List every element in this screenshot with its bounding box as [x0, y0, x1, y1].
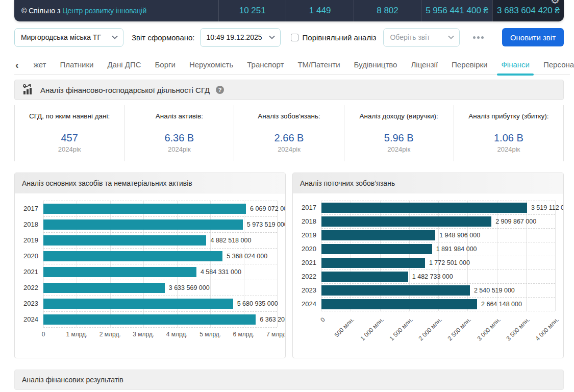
help-icon[interactable]: ?: [216, 86, 224, 94]
chart-bar: [321, 244, 432, 254]
chart-row: 20232 540 519 000: [298, 283, 555, 297]
y-axis-label: 2017: [298, 201, 321, 214]
tab-item[interactable]: Борги: [155, 55, 176, 75]
y-axis-label: 2020: [20, 248, 43, 264]
chart-title: Аналіз поточних зобов’язань: [293, 173, 563, 193]
update-report-button[interactable]: Оновити звіт: [502, 28, 564, 46]
chart-bar: [321, 299, 477, 309]
chart-row: 20173 519 112 000: [298, 201, 555, 214]
tabs-prev-icon[interactable]: ‹: [14, 60, 20, 70]
bar-value-label: 2 664 148 000: [481, 301, 522, 308]
x-axis-tick-label: 0: [42, 331, 45, 338]
chevron-down-icon: [112, 35, 118, 39]
chart-row: 20211 772 501 000: [298, 256, 555, 270]
x-axis-tick-label: 0: [319, 316, 327, 324]
tab-item[interactable]: жет: [34, 55, 46, 75]
tabs: жетПлатникиДані ДПСБоргиНерухомістьТранс…: [34, 55, 574, 75]
x-axis-tick-label: 2 000 млн.: [417, 316, 443, 342]
report-datetime-value: 10:49 19.12.2025: [207, 33, 262, 41]
chart-bar: [43, 235, 206, 246]
tab-bar: ‹ жетПлатникиДані ДПСБоргиНерухомістьТра…: [14, 55, 570, 75]
x-axis-tick-label: 2 500 млн.: [446, 316, 472, 342]
x-axis-tick-label: 1 млрд.: [66, 331, 87, 338]
stat-label: Аналіз зобов'язань:: [239, 112, 338, 120]
y-axis-label: 2018: [298, 214, 321, 228]
x-axis-tick-label: 500 млн.: [333, 316, 356, 338]
region-select[interactable]: Миргородська міська ТГ: [14, 28, 123, 47]
x-axis-tick-label: 3 млрд.: [133, 331, 154, 338]
tab-item[interactable]: Будівництво: [354, 55, 397, 75]
chart-row: 20246 363 202 000: [20, 311, 277, 327]
chart-bar: [43, 283, 165, 293]
y-axis-label: 2017: [20, 201, 43, 216]
tab-item[interactable]: ТМ/Патенти: [297, 55, 340, 75]
copyright-prefix: © Спільно з: [21, 7, 62, 15]
stat-card: Аналіз зобов'язань:2.66 B2024рік: [234, 105, 343, 161]
y-axis-label: 2024: [20, 311, 43, 327]
chart-row: 20176 069 072 000: [20, 201, 277, 216]
y-axis-label: 2019: [298, 228, 321, 242]
chart-bar: [321, 258, 425, 268]
report-datetime-select[interactable]: 10:49 19.12.2025: [200, 28, 281, 47]
growth-analysis-icon: [22, 84, 34, 96]
bar-value-label: 6 069 072 000: [250, 205, 286, 212]
tab-item[interactable]: Платники: [60, 55, 93, 75]
tab-item[interactable]: Транспорт: [247, 55, 284, 75]
bar-value-label: 3 633 569 000: [169, 284, 210, 291]
y-axis-label: 2021: [20, 264, 43, 280]
x-axis-tick-label: 5 млрд.: [199, 331, 221, 338]
chart-bar: [43, 299, 233, 309]
y-axis-label: 2023: [298, 283, 321, 297]
chart-row: 20185 973 519 000: [20, 216, 277, 232]
more-options-button[interactable]: [470, 33, 487, 42]
chart-bar: [43, 267, 196, 277]
gear-icon[interactable]: ⚙: [551, 0, 560, 5]
innovation-center-link[interactable]: Центр розвитку інновацій: [62, 7, 146, 15]
tab-item[interactable]: Дані ДПС: [107, 55, 141, 75]
stat-period: 2024рік: [459, 145, 558, 153]
bar-value-label: 1 948 906 000: [439, 232, 480, 239]
section-title: Аналіз фінансово-господарської діяльност…: [40, 86, 210, 94]
x-axis-tick-label: 1 000 млн.: [359, 316, 385, 342]
tab-item[interactable]: Персонал: [543, 55, 574, 75]
chart-title: Аналіз основних засобів та нематеріальни…: [15, 173, 285, 193]
stat-value: 2.66 B: [239, 132, 338, 144]
stat-card: Аналіз прибутку (збитку):1.06 B2024рік: [454, 105, 564, 161]
section-header: Аналіз фінансово-господарської діяльност…: [14, 80, 564, 100]
stat-period: 2024рік: [130, 145, 229, 153]
copyright: © Спільно з Центр розвитку інновацій: [14, 7, 218, 15]
compare-checkbox[interactable]: [291, 34, 298, 41]
bar-value-label: 2 540 519 000: [474, 287, 515, 294]
topbar-stat: 5 956 441 400 ₴: [421, 0, 492, 21]
report-type-select[interactable]: Оберіть звіт: [383, 28, 460, 47]
stat-value: 6.36 B: [130, 132, 229, 144]
tab-item[interactable]: Фінанси: [501, 55, 530, 75]
dashboard-page: © Спільно з Центр розвитку інновацій 10 …: [0, 0, 574, 392]
stat-label: Аналіз активів:: [130, 112, 229, 120]
y-axis-label: 2022: [298, 270, 321, 283]
chart-row: 20205 368 024 000: [20, 248, 277, 264]
report-generated-label: Звіт сформовано:: [132, 33, 195, 42]
report-controls: Миргородська міська ТГ Звіт сформовано: …: [14, 28, 564, 47]
tab-item[interactable]: Ліцензії: [411, 55, 438, 75]
chart-row: 20235 680 935 000: [20, 296, 277, 311]
chart-row: 20221 482 733 000: [298, 270, 555, 283]
x-axis-tick-label: 3 500 млн.: [505, 316, 531, 342]
chart-row: 20242 664 148 000: [298, 297, 555, 311]
chart-row: 20194 882 518 000: [20, 232, 277, 248]
stat-label: Аналіз прибутку (збитку):: [459, 112, 558, 120]
compare-checkbox-label: Порівняльний аналіз: [303, 33, 377, 42]
bar-value-label: 3 519 112 000: [531, 204, 564, 211]
stat-card: Аналіз доходу (виручки):5.96 B2024рік: [344, 105, 454, 161]
charts-row: Аналіз основних засобів та нематеріальни…: [14, 173, 564, 358]
chart-bar: [43, 219, 243, 230]
stat-value: 457: [20, 132, 119, 144]
chart-bar: [321, 216, 491, 227]
tab-item[interactable]: Нерухомість: [189, 55, 233, 75]
bar-value-label: 6 363 202 000: [260, 316, 286, 323]
chart-row: 20201 891 984 000: [298, 242, 555, 256]
chart-bar: [321, 285, 470, 296]
tab-item[interactable]: Перевірки: [452, 55, 487, 75]
stat-card: Аналіз активів:6.36 B2024рік: [124, 105, 234, 161]
stat-card: СГД, по яким наявні дані:4572024рік: [14, 105, 124, 161]
